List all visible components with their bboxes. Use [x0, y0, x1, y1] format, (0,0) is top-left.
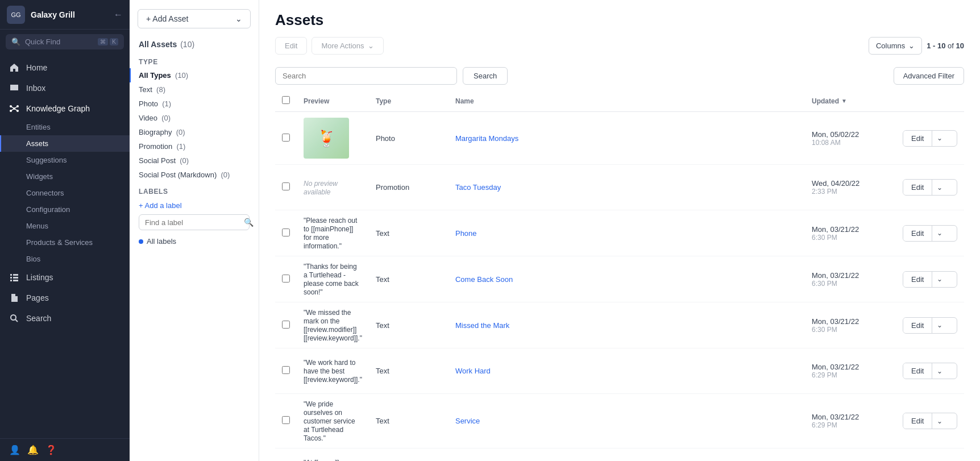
row-checkbox[interactable]: [282, 229, 290, 236]
sidebar-item-suggestions[interactable]: Suggestions: [0, 152, 130, 168]
row-edit-button[interactable]: Edit: [903, 363, 932, 379]
table-row: "We work hard to have the best [[review.…: [275, 348, 964, 394]
search-input-wrap[interactable]: [275, 67, 457, 85]
sidebar-item-configuration[interactable]: Configuration: [0, 201, 130, 218]
label-search[interactable]: 🔍: [139, 214, 250, 230]
td-actions: Edit ⌄: [896, 394, 964, 448]
asset-name-link[interactable]: Come Back Soon: [455, 275, 513, 284]
add-asset-chevron-icon: ⌄: [235, 14, 242, 23]
preview-image: [304, 118, 349, 159]
td-actions: Edit ⌄: [896, 302, 964, 348]
add-asset-button[interactable]: + Add Asset ⌄: [138, 9, 251, 28]
row-edit-chevron[interactable]: ⌄: [932, 318, 947, 333]
row-checkbox[interactable]: [282, 321, 290, 329]
row-checkbox[interactable]: [282, 275, 290, 283]
filter-type-biography[interactable]: Biography (0): [130, 125, 259, 139]
updated-time: 6:30 PM: [812, 326, 889, 334]
row-checkbox[interactable]: [282, 134, 290, 142]
asset-name-link[interactable]: Margarita Mondays: [455, 134, 518, 143]
updated-date: Mon, 05/02/22: [812, 130, 889, 139]
search-input[interactable]: [283, 72, 450, 80]
select-all-checkbox[interactable]: [282, 96, 290, 104]
asset-name-link[interactable]: Taco Tuesday: [455, 183, 501, 192]
td-type: Photo: [369, 112, 449, 165]
td-name: Customer First: [449, 448, 805, 462]
asset-name-link[interactable]: Service: [455, 417, 480, 425]
asset-name-link[interactable]: Work Hard: [455, 367, 491, 375]
bell-icon[interactable]: 🔔: [27, 445, 39, 455]
filter-type-photo[interactable]: Photo (1): [130, 97, 259, 111]
sidebar-item-connectors[interactable]: Connectors: [0, 185, 130, 201]
filter-type-promotion[interactable]: Promotion (1): [130, 139, 259, 153]
all-labels-item[interactable]: All labels: [139, 235, 250, 248]
td-actions: Edit ⌄: [896, 348, 964, 394]
sidebar-item-search[interactable]: Search: [0, 308, 130, 329]
user-icon[interactable]: 👤: [9, 445, 20, 455]
all-labels-dot: [139, 239, 143, 244]
filter-type-all-types[interactable]: All Types (10): [130, 68, 259, 82]
sidebar-item-assets[interactable]: Assets: [0, 135, 130, 152]
row-edit-chevron[interactable]: ⌄: [932, 364, 947, 379]
assets-table-wrap: Preview Type Name Updated ▼ PhotoMargari…: [259, 90, 980, 461]
filter-type-social-post-(markdown)[interactable]: Social Post (Markdown) (0): [130, 168, 259, 182]
asset-name-link[interactable]: Phone: [455, 229, 477, 238]
sidebar-item-listings-label: Listings: [26, 273, 53, 282]
all-assets-heading: All Assets (10): [130, 36, 259, 52]
sidebar-item-home[interactable]: Home: [0, 57, 130, 78]
row-edit-chevron[interactable]: ⌄: [932, 414, 947, 429]
edit-btn-wrap: Edit ⌄: [903, 225, 957, 242]
sidebar-item-knowledge-graph[interactable]: Knowledge Graph: [0, 98, 130, 119]
sidebar-item-menus[interactable]: Menus: [0, 218, 130, 234]
sidebar-header: GG Galaxy Grill ←: [0, 0, 130, 30]
td-updated: Mon, 03/21/226:29 PM: [805, 348, 896, 394]
row-edit-button[interactable]: Edit: [903, 413, 932, 429]
td-name: Missed the Mark: [449, 302, 805, 348]
row-edit-chevron[interactable]: ⌄: [932, 131, 947, 146]
row-edit-button[interactable]: Edit: [903, 226, 932, 241]
org-name: Galaxy Grill: [31, 10, 108, 19]
updated-time: 2:33 PM: [812, 188, 889, 196]
quick-find[interactable]: 🔍 Quick Find ⌘ K: [6, 34, 124, 49]
sidebar-footer: 👤 🔔 ❓: [0, 438, 130, 461]
edit-btn-wrap: Edit ⌄: [903, 363, 957, 379]
row-edit-chevron[interactable]: ⌄: [932, 180, 947, 195]
preview-quote: "We missed the mark on the [[review.modi…: [304, 309, 362, 342]
updated-sort[interactable]: Updated ▼: [812, 97, 889, 105]
row-edit-button[interactable]: Edit: [903, 131, 932, 146]
row-checkbox[interactable]: [282, 366, 290, 374]
sidebar-item-pages[interactable]: Pages: [0, 288, 130, 308]
edit-btn-wrap: Edit ⌄: [903, 317, 957, 334]
columns-button[interactable]: Columns ⌄: [869, 37, 922, 55]
row-edit-button[interactable]: Edit: [903, 318, 932, 333]
sidebar-item-entities[interactable]: Entities: [0, 119, 130, 135]
row-edit-chevron[interactable]: ⌄: [932, 226, 947, 240]
asset-name-link[interactable]: Missed the Mark: [455, 321, 509, 330]
back-button[interactable]: ←: [114, 10, 123, 20]
filter-type-text[interactable]: Text (8): [130, 82, 259, 97]
advanced-filter-button[interactable]: Advanced Filter: [894, 67, 964, 85]
assets-table-body: PhotoMargarita MondaysMon, 05/02/2210:08…: [275, 112, 964, 462]
label-search-input[interactable]: [145, 218, 240, 227]
sidebar-item-inbox[interactable]: Inbox: [0, 78, 130, 98]
more-actions-button[interactable]: More Actions ⌄: [312, 37, 383, 55]
sidebar-item-widgets[interactable]: Widgets: [0, 168, 130, 185]
updated-date: Wed, 04/20/22: [812, 179, 889, 188]
filter-type-social-post[interactable]: Social Post (0): [130, 153, 259, 168]
sidebar-item-bios[interactable]: Bios: [0, 251, 130, 267]
preview-quote: "We pride ourselves on customer service …: [304, 400, 355, 442]
search-button[interactable]: Search: [463, 67, 508, 85]
sidebar-item-listings[interactable]: Listings: [0, 267, 130, 288]
row-edit-chevron[interactable]: ⌄: [932, 272, 947, 286]
row-checkbox[interactable]: [282, 182, 290, 190]
row-edit-button[interactable]: Edit: [903, 180, 932, 195]
row-checkbox[interactable]: [282, 416, 290, 424]
add-label-link[interactable]: + Add a label: [139, 200, 250, 214]
row-edit-button[interactable]: Edit: [903, 272, 932, 287]
edit-button[interactable]: Edit: [275, 37, 307, 55]
table-row: "At [[name]], we always try to put the c…: [275, 448, 964, 462]
th-updated[interactable]: Updated ▼: [805, 90, 896, 112]
filter-type-video[interactable]: Video (0): [130, 111, 259, 125]
sidebar-item-products-services[interactable]: Products & Services: [0, 234, 130, 251]
help-icon[interactable]: ❓: [45, 445, 57, 455]
add-asset-label: + Add Asset: [146, 14, 188, 23]
